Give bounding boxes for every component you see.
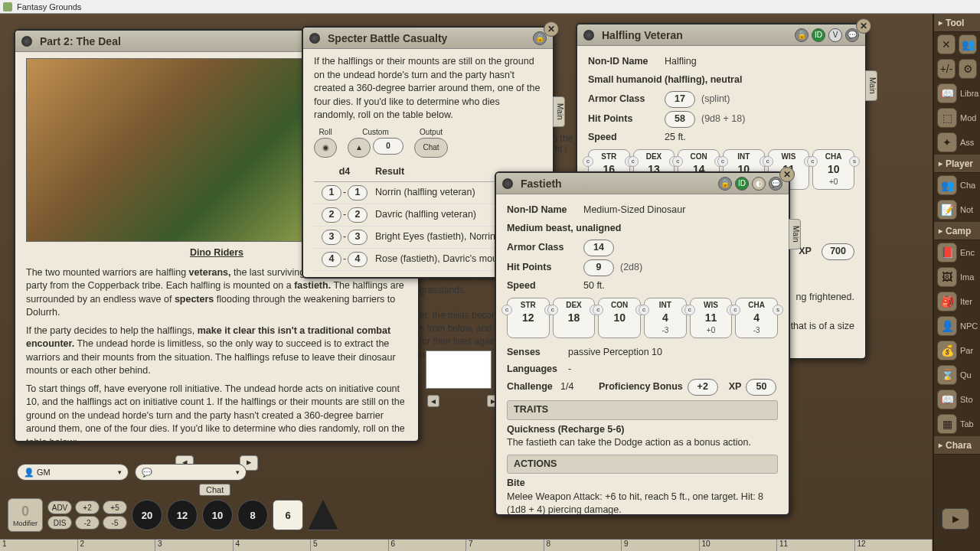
stat-dex[interactable]: DEX18 — [553, 298, 596, 339]
drag-handle-icon[interactable] — [309, 33, 320, 44]
hp-value[interactable]: 58 — [665, 111, 695, 128]
tab-main[interactable]: Main — [553, 96, 565, 127]
sidebar-item-characters[interactable]: 👥Cha — [934, 173, 980, 197]
sidebar-group-tools[interactable]: Tool — [934, 14, 980, 32]
ruler: 123 456 789 101112 — [0, 539, 933, 551]
window-title: Halfling Veteran — [602, 29, 792, 41]
sidebar-item[interactable]: +/-⚙ — [934, 57, 980, 81]
close-icon[interactable]: ✕ — [856, 18, 871, 34]
tool-icon: ⚙ — [959, 59, 977, 79]
actions-header: ACTIONS — [507, 455, 778, 474]
sidebar-group-player[interactable]: Player — [934, 155, 980, 173]
sidebar-item-tables[interactable]: ▦Tab — [934, 412, 980, 436]
tab-main[interactable]: Main — [865, 70, 877, 101]
close-icon[interactable]: ✕ — [779, 167, 795, 182]
sidebar-item-assets[interactable]: ✦Ass — [934, 130, 980, 155]
table-description: If the halflings or their mounts are sti… — [314, 55, 542, 122]
creature-type: Medium beast, unaligned — [507, 222, 778, 236]
table-icon: ▦ — [937, 414, 957, 434]
nav-left-icon[interactable]: ◂ — [427, 395, 439, 407]
npc-fastieth-window: ✕ Fastieth 🔒 ID ◐ 💬 Main Non-ID NameMedi… — [495, 171, 790, 516]
sidebar-item-quests[interactable]: ⌛Qu — [934, 363, 980, 387]
tool-icon: 👥 — [959, 34, 977, 54]
plus2-button[interactable]: +2 — [75, 500, 100, 514]
nonid-value: Halfling — [665, 55, 697, 69]
mood-select[interactable]: 💬 — [135, 464, 247, 481]
sidebar-item-items[interactable]: 🎒Iter — [934, 289, 980, 314]
d6-die[interactable]: 6 — [273, 500, 303, 530]
stat-int[interactable]: INT4-3 — [644, 298, 687, 339]
sidebar-item-npcs[interactable]: 👤NPC — [934, 314, 980, 338]
xp-value[interactable]: 50 — [746, 379, 776, 396]
ac-value[interactable]: 14 — [583, 240, 614, 256]
modifier-box[interactable]: 0Modifier — [8, 498, 43, 532]
xp-value[interactable]: 700 — [822, 243, 854, 260]
stat-wis[interactable]: WIS11+0 — [690, 298, 733, 339]
window-header[interactable]: Fastieth 🔒 ID ◐ 💬 — [496, 173, 789, 194]
adv-button[interactable]: ADV — [47, 500, 72, 514]
visibility-icon[interactable]: V — [828, 28, 842, 42]
sidebar-item-library[interactable]: 📖Libra — [934, 81, 980, 106]
pb-value[interactable]: +2 — [688, 379, 718, 396]
book-icon: 📖 — [937, 83, 957, 103]
stat-str[interactable]: STR12 — [507, 298, 550, 339]
play-button[interactable]: ▶ — [942, 508, 969, 530]
sidebar-item-encounters[interactable]: 📕Enc — [934, 240, 980, 265]
sidebar-item-notes[interactable]: 📝Not — [934, 197, 980, 222]
app-title: Fantasy Grounds — [17, 2, 81, 11]
dis-button[interactable]: DIS — [47, 516, 72, 530]
note-icon: 📝 — [937, 200, 957, 220]
drag-handle-icon[interactable] — [502, 178, 513, 189]
occluded-input — [426, 350, 492, 389]
sidebar-group-camp[interactable]: Camp — [934, 222, 980, 240]
roll-button[interactable]: ◉ — [314, 138, 337, 158]
sidebar-item-modules[interactable]: ⬚Mod — [934, 106, 980, 130]
lock-icon[interactable]: 🔒 — [795, 28, 808, 42]
sidebar: Tool ✕👥 +/-⚙ 📖Libra ⬚Mod ✦Ass Player 👥Ch… — [933, 14, 980, 551]
sidebar-item-parcels[interactable]: 💰Par — [934, 338, 980, 363]
item-icon: 🎒 — [937, 292, 957, 311]
token-icon[interactable]: ◐ — [752, 177, 766, 191]
sidebar-item-images[interactable]: 🖼Ima — [934, 265, 980, 289]
stat-cha[interactable]: CHA4-3 — [735, 298, 778, 339]
sidebar-item-story[interactable]: 📖Sto — [934, 387, 980, 412]
d10-die[interactable]: 10 — [202, 500, 233, 530]
gm-select[interactable]: 👤 GM — [17, 464, 129, 481]
id-icon[interactable]: ID — [812, 28, 825, 42]
npc-icon: 👤 — [937, 316, 957, 336]
stat-con[interactable]: CON10 — [598, 298, 641, 339]
chat-area: 👤 GM 💬 — [17, 464, 247, 482]
sidebar-group-character[interactable]: Chara — [934, 436, 980, 455]
ac-value[interactable]: 17 — [665, 91, 695, 108]
window-title: Specter Battle Casualty — [328, 32, 530, 44]
close-icon[interactable]: ✕ — [544, 21, 559, 37]
lock-icon[interactable]: 🔒 — [718, 177, 732, 191]
id-icon[interactable]: ID — [735, 177, 749, 191]
d12-die[interactable]: 12 — [167, 500, 198, 530]
dice-tray: 0Modifier ADV +2 +5 DIS -2 -5 20 12 10 8… — [8, 494, 338, 536]
plus5-button[interactable]: +5 — [103, 500, 127, 514]
window-header[interactable]: Specter Battle Casualty 🔒 — [303, 28, 553, 49]
output-button[interactable]: Chat — [414, 138, 448, 158]
tool-icon: ✕ — [937, 34, 956, 54]
minus5-button[interactable]: -5 — [103, 516, 127, 530]
hp-value[interactable]: 9 — [583, 259, 614, 276]
tab-main[interactable]: Main — [789, 219, 801, 249]
sidebar-item[interactable]: ✕👥 — [934, 32, 980, 57]
stat-cha[interactable]: CHA10+0 — [812, 149, 854, 191]
window-header[interactable]: Halfling Veteran 🔒 ID V 💬 — [577, 24, 865, 46]
d4-die[interactable] — [308, 500, 338, 530]
asset-icon: ✦ — [937, 132, 957, 152]
minus2-button[interactable]: -2 — [75, 516, 100, 530]
story-image — [26, 58, 309, 242]
drag-handle-icon[interactable] — [583, 30, 594, 41]
hourglass-icon: ⌛ — [937, 365, 957, 385]
d20-die[interactable]: 20 — [132, 500, 162, 530]
d8-die[interactable]: 8 — [237, 500, 268, 530]
people-icon: 👥 — [937, 175, 957, 195]
story-icon: 📖 — [937, 390, 957, 409]
nonid-label: Non-ID Name — [588, 55, 665, 69]
drag-handle-icon[interactable] — [21, 36, 32, 47]
custom-value[interactable]: 0 — [373, 138, 403, 155]
custom-die-icon[interactable]: ▲ — [348, 138, 371, 158]
